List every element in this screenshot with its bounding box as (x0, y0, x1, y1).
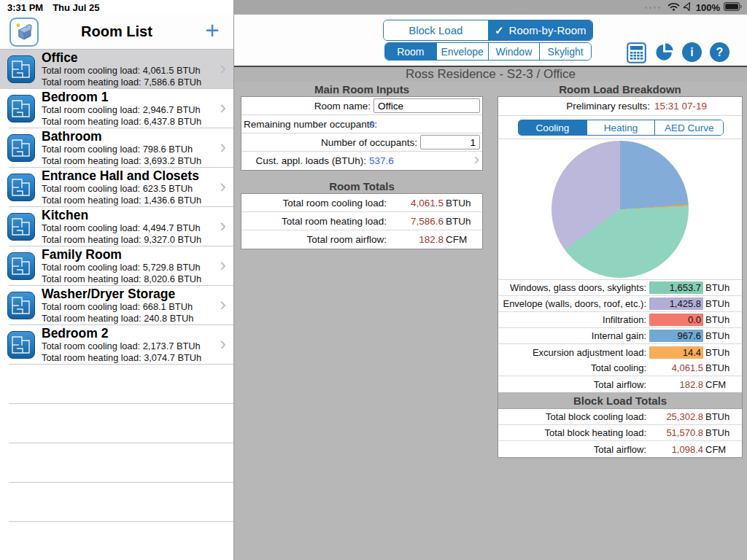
total-row-value: 4,061.5 (390, 198, 444, 209)
main-room-inputs-header: Main Room Inputs (241, 83, 483, 96)
total-row: Total airflow: 1,098.4 CFM (498, 441, 742, 457)
breakdown-total-rows: Total cooling: 4,061.5 BTUh Total airflo… (498, 360, 742, 392)
segment-room-by-room-label: Room-by-Room (509, 24, 587, 36)
total-row-unit: CFM (705, 444, 742, 455)
room-list-empty-row (0, 365, 233, 404)
floor-plan-icon (7, 134, 35, 162)
floor-plan-icon (7, 55, 35, 83)
total-row: Infiltration: 0.0 BTUh (498, 312, 742, 328)
chevron-right-icon: › (474, 150, 479, 169)
room-name: Bathroom (42, 130, 201, 144)
room-cooling-load: Total room cooling load: 2,946.7 BTUh (42, 104, 201, 116)
total-row-value: 1,098.4 (649, 444, 703, 455)
segment-aed-curve[interactable]: AED Curve (654, 120, 723, 135)
total-row-value: 182.8 (390, 234, 444, 245)
room-texts: Washer/Dryer Storage Total room cooling … (42, 287, 193, 324)
tab-skylight[interactable]: Skylight (539, 43, 591, 60)
total-row: Internal gain: 967.6 BTUh (498, 328, 742, 344)
remaining-occupants-row: Remaining number occupants: 0 (241, 115, 482, 133)
total-row-unit: CFM (705, 379, 742, 390)
room-texts: Bedroom 1 Total room cooling load: 2,946… (42, 90, 201, 127)
chevron-right-icon: › (220, 214, 226, 237)
tab-window[interactable]: Window (488, 43, 540, 60)
room-name: Kitchen (42, 209, 201, 222)
total-row: Total room cooling load: 4,061.5 BTUh (241, 194, 482, 212)
preliminary-results-label: Preliminary results: (498, 101, 650, 112)
pie-chart-icon (654, 53, 674, 64)
room-heating-load: Total room heating load: 9,327.0 BTUh (42, 234, 201, 246)
total-row: Total block cooling load: 25,302.8 BTUh (498, 409, 742, 425)
room-name-input[interactable] (374, 98, 480, 113)
segment-cooling[interactable]: Cooling (519, 120, 587, 135)
total-row-label: Total block heating load: (498, 427, 646, 438)
appliance-loads-value: 537.6 (369, 155, 394, 166)
room-list-item[interactable]: Kitchen Total room cooling load: 4,494.7… (0, 207, 233, 246)
chevron-right-icon: › (220, 96, 226, 119)
total-row-unit: CFM (446, 234, 482, 245)
title-bar: Ross Residence - S2-3 / Office (234, 66, 747, 82)
total-row-label: Total room heating load: (241, 216, 387, 227)
segment-block-load[interactable]: Block Load (384, 20, 488, 40)
room-list-item[interactable]: Bedroom 1 Total room cooling load: 2,946… (0, 89, 233, 128)
status-bar-right: 100% (234, 0, 747, 15)
help-icon: ? (716, 46, 724, 59)
room-name-row: Room name: (241, 97, 482, 115)
total-row-value: 51,570.8 (649, 427, 703, 438)
tab-room[interactable]: Room (385, 43, 436, 60)
toolbar-icons: i ? (627, 42, 729, 62)
help-button[interactable]: ? (710, 42, 729, 62)
content-area: Main Room Inputs Room name: Remaining nu… (234, 82, 747, 560)
room-list-item[interactable]: Bedroom 2 Total room cooling load: 2,173… (0, 325, 233, 365)
calculator-icon (627, 55, 646, 66)
chevron-right-icon: › (220, 254, 226, 276)
room-load-breakdown-card: Preliminary results: 15:31 07-19 Cooling… (498, 96, 743, 458)
room-name: Office (42, 51, 201, 65)
tab-envelope[interactable]: Envelope (436, 43, 488, 60)
segment-room-by-room[interactable]: ✓ Room-by-Room (488, 20, 593, 40)
total-row-value: 1,653.7 (649, 281, 703, 294)
total-row-value: 1,425.8 (649, 298, 703, 310)
segment-heating[interactable]: Heating (587, 120, 655, 135)
add-room-button[interactable]: + (200, 15, 225, 47)
room-list-item[interactable]: Entrance Hall and Closets Total room coo… (0, 168, 233, 207)
total-row-unit: BTUh (705, 347, 742, 358)
detail-tabs: Room Envelope Window Skylight (384, 42, 592, 61)
room-heating-load: Total room heating load: 8,020.6 BTUh (42, 273, 201, 285)
total-row-unit: BTUh (705, 298, 742, 309)
room-list-item[interactable]: Family Room Total room cooling load: 5,7… (0, 246, 233, 286)
status-bar-left: 3:31 PM Thu Jul 25 (0, 0, 233, 15)
cellular-dots-icon (645, 7, 660, 9)
total-row-label: Total room cooling load: (241, 198, 387, 209)
room-name: Washer/Dryer Storage (42, 287, 193, 301)
room-texts: Office Total room cooling load: 4,061.5 … (42, 51, 201, 88)
total-row-unit: BTUh (705, 411, 742, 422)
total-row-label: Windows, glass doors, skylights: (498, 282, 646, 293)
room-list-item[interactable]: Bathroom Total room cooling load: 798.6 … (0, 128, 233, 168)
total-row-label: Total cooling: (498, 362, 646, 373)
total-row: Total cooling: 4,061.5 BTUh (498, 360, 742, 376)
app-home-button[interactable] (9, 18, 39, 47)
occupants-input[interactable] (420, 135, 480, 149)
chevron-right-icon: › (220, 136, 226, 158)
calculator-button[interactable] (627, 42, 646, 62)
main-panel: 100% Block Load ✓ Room-by-Room Room Enve… (234, 0, 747, 560)
app-screen: 3:31 PM Thu Jul 25 Room L (0, 0, 747, 560)
total-row: Excursion adjustment load: 14.4 BTUh (498, 344, 742, 360)
total-row: Total room heating load: 7,586.6 BTUh (241, 212, 482, 230)
appliance-loads-row[interactable]: Cust. appl. loads (BTUh): 537.6 › (241, 152, 482, 170)
info-button[interactable]: i (682, 42, 702, 62)
room-heating-load: Total room heating load: 6,437.8 BTUh (42, 116, 201, 128)
total-row-value: 25,302.8 (649, 411, 703, 422)
main-room-inputs-card: Room name: Remaining number occupants: 0… (241, 96, 483, 171)
cooling-pie-chart (551, 141, 689, 278)
chart-button[interactable] (654, 42, 674, 62)
room-name-label: Room name: (314, 101, 371, 112)
preliminary-results-value: 15:31 07-19 (654, 101, 707, 112)
checkmark-icon: ✓ (495, 24, 504, 37)
room-list-item[interactable]: Office Total room cooling load: 4,061.5 … (0, 50, 233, 89)
total-row-label: Envelope (walls, doors, roof, etc.): (498, 298, 646, 309)
room-list-item[interactable]: Washer/Dryer Storage Total room cooling … (0, 286, 233, 325)
room-load-breakdown-header: Room Load Breakdown (498, 83, 743, 96)
total-row-label: Excursion adjustment load: (498, 347, 646, 358)
total-row-unit: BTUh (446, 198, 482, 209)
